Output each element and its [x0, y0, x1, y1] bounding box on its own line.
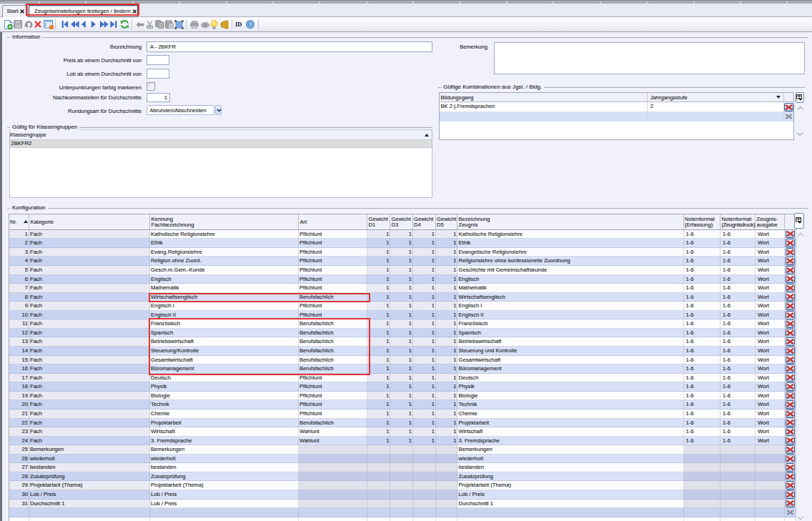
- svg-text:?: ?: [248, 21, 252, 28]
